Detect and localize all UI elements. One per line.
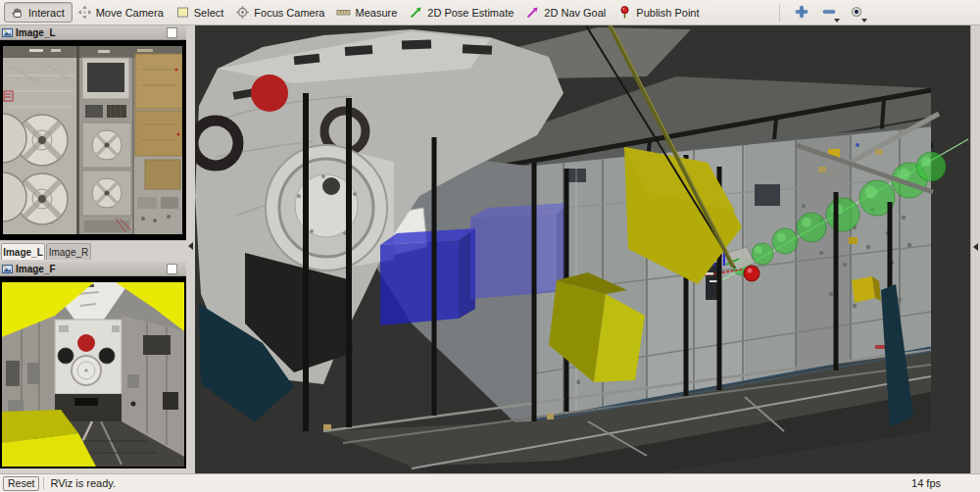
image-tabbar: Image_L Image_R [0,240,186,263]
eye-icon [849,4,864,20]
image-display-icon [2,264,13,274]
ruler-icon [336,5,351,20]
red-target-sphere [744,266,760,281]
tab-image-l[interactable]: Image_L [1,243,45,260]
hand-icon [10,5,24,20]
toolbar: Interact Move Camera Select [0,0,980,25]
image-display-icon [2,27,13,38]
image-f-content [0,276,186,468]
right-splitter-collapse-arrow[interactable] [973,243,978,251]
tab-label: Image_R [49,247,89,258]
status-message: RViz is ready. [50,477,116,489]
dropdown-caret [861,19,867,23]
panel-title-text: Image_L [16,27,56,38]
reset-button[interactable]: Reset [3,476,39,491]
statusbar-separator [43,477,44,490]
plus-icon [794,4,809,20]
tool-label: Interact [28,7,65,19]
tool-label: Publish Point [636,7,699,19]
remove-button[interactable] [818,2,840,24]
tab-image-r[interactable]: Image_R [46,243,91,260]
tool-label: 2D Pose Estimate [427,7,514,19]
tool-focus-camera[interactable]: Focus Camera [230,2,331,23]
image-l-content [0,40,186,240]
rviz-window: Interact Move Camera Select [0,0,980,492]
magenta-arrow-icon [525,5,540,20]
3d-scene [195,25,970,473]
dropdown-caret [834,19,840,23]
crosshair-icon [235,5,250,20]
map-pin-icon [617,5,632,20]
tool-label: Move Camera [96,7,164,19]
green-arrow-icon [409,5,423,20]
toolbar-separator [779,4,780,22]
tool-measure[interactable]: Measure [331,2,404,23]
japan-flag [251,74,288,112]
panel-checkbox[interactable] [167,264,177,274]
tool-label: Measure [355,7,397,19]
image-l-view [0,40,186,240]
panel-title-text: Image_F [16,264,56,274]
tool-interact[interactable]: Interact [4,2,73,23]
statusbar: Reset RViz is ready. 14 fps [0,473,980,492]
tool-2d-nav-goal[interactable]: 2D Nav Goal [520,2,612,23]
left-splitter-collapse-arrow[interactable] [188,242,193,250]
selection-box-icon [175,5,190,20]
tool-move-camera[interactable]: Move Camera [73,2,171,23]
panel-checkbox[interactable] [167,27,177,38]
add-button[interactable] [791,2,812,24]
tool-2d-pose-estimate[interactable]: 2D Pose Estimate [404,2,520,23]
tool-label: Select [194,7,224,19]
visibility-button[interactable] [846,2,867,24]
right-dock-splitter[interactable] [970,25,980,473]
image-f-view [0,276,186,468]
image-l-panel-title[interactable]: Image_L [0,25,186,40]
left-dock: Image_L [0,25,195,473]
tab-label: Image_L [3,247,43,258]
flag-red-circle [77,334,95,352]
tool-label: Focus Camera [254,7,324,19]
tool-select[interactable]: Select [171,2,231,23]
3d-viewport[interactable] [195,25,970,473]
move-arrows-icon [77,5,92,20]
tool-label: 2D Nav Goal [544,7,606,19]
image-f-panel-title[interactable]: Image_F [0,262,186,276]
tool-publish-point[interactable]: Publish Point [612,2,706,23]
minus-icon [821,4,837,20]
fps-counter: 14 fps [911,477,980,489]
